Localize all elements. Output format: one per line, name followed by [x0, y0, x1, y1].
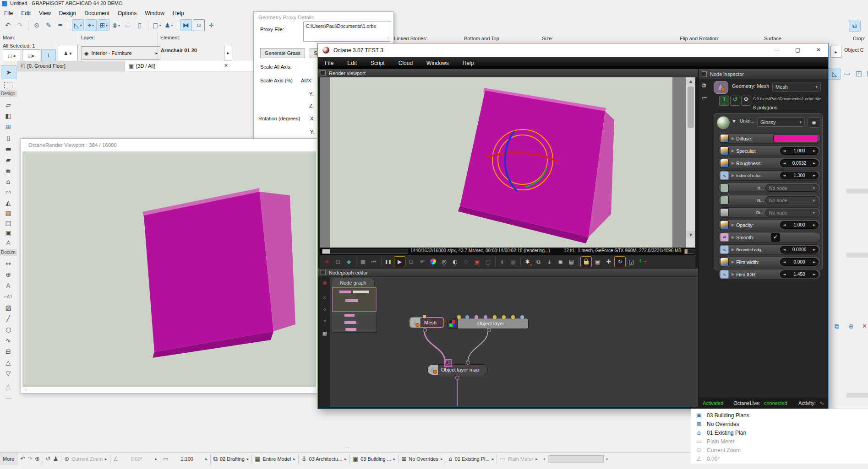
scrollbar-down-icon[interactable]: ▼	[686, 231, 695, 238]
guide-lines-icon[interactable]: ◺▾	[72, 19, 84, 31]
stair-tool[interactable]: ≣	[2, 166, 15, 176]
autofocus-icon[interactable]: AF	[417, 257, 427, 267]
geometry-icon[interactable]: ◆	[344, 257, 354, 267]
drawing-tool[interactable]: ⊟	[2, 346, 15, 356]
octane-menu-help[interactable]: Help	[456, 58, 481, 68]
param-row-displacement[interactable]: Di... No node▾	[718, 207, 821, 218]
node-object-layer[interactable]: Object layer	[447, 318, 529, 329]
scrollbar-up-icon[interactable]: ▲	[686, 77, 695, 85]
trace-reference-icon[interactable]: ▯	[134, 20, 145, 31]
render-viewport-header[interactable]: Render viewport	[318, 69, 698, 77]
marquee-settings-button[interactable]: ⬚▸	[22, 49, 40, 61]
arrow-tool[interactable]: ➤	[1, 65, 16, 79]
scrollbar-thumb[interactable]	[688, 86, 694, 128]
mesh-tool[interactable]: ▦	[2, 208, 15, 218]
geometry-node-icon[interactable]	[714, 81, 728, 94]
material-preview-eye-icon[interactable]: ◉	[808, 117, 820, 128]
benchmark-icon[interactable]: ✱	[522, 257, 533, 267]
menu-document[interactable]: Document	[80, 9, 114, 18]
menu-help[interactable]: Help	[169, 9, 188, 18]
axis-gizmo-icon[interactable]: ↑→	[637, 257, 648, 267]
node-mesh[interactable]: Mesh	[409, 317, 444, 328]
bool-chip-icon[interactable]: ⇄	[720, 233, 729, 242]
crop-to-roof-icon[interactable]: ◺	[829, 68, 841, 80]
olm-input-pin-2[interactable]	[466, 361, 470, 365]
orbit-icon[interactable]: ↺	[46, 455, 51, 462]
curtain-wall-tool[interactable]: ▤	[2, 218, 15, 228]
orbit-tool-icon[interactable]: ↻	[614, 256, 626, 267]
editing-plane-icon[interactable]: ▱	[122, 20, 133, 31]
render-priority-icon[interactable]: ⊡	[333, 257, 343, 267]
menu-window[interactable]: Window	[141, 9, 169, 18]
texture-chip-icon[interactable]	[720, 221, 729, 229]
gravity-button[interactable]: ⌇	[41, 49, 56, 61]
window-tool[interactable]: ⊞	[2, 122, 15, 132]
pen-set-combo[interactable]: ⚓ 03 Architectu... ▸	[299, 453, 349, 465]
lens-icon[interactable]: ◖	[497, 257, 508, 267]
ocr-render-image[interactable]	[22, 151, 316, 387]
layer-combination-combo[interactable]: ⧉ 02 Drafting ▸	[211, 453, 252, 465]
menu-edit[interactable]: Edit	[17, 9, 35, 18]
play-render-icon[interactable]: ▶	[394, 256, 405, 267]
inject-parameters-icon[interactable]: ✒	[55, 20, 66, 31]
octane-menu-file[interactable]: File	[318, 58, 340, 68]
octane-menu-windows[interactable]: Windows	[420, 58, 456, 68]
zoom-combo[interactable]: ⊙ Current Zoom ▸	[61, 453, 109, 465]
quick-option-existing-plan[interactable]: ⌂ 01 Existing Plan	[691, 428, 868, 437]
color-wheel-icon[interactable]	[428, 257, 438, 267]
param-row-specular[interactable]: ▶ Specular: ◄1.000►	[718, 146, 821, 156]
restart-render-icon[interactable]: ⏮	[369, 257, 379, 267]
inspector-list-icon[interactable]: ≔	[702, 95, 708, 102]
node-chip-icon[interactable]	[720, 183, 729, 192]
column-tool[interactable]: ▯	[2, 133, 15, 143]
pause-render-icon[interactable]: ❚❚	[383, 257, 393, 267]
crop-option-icon-1[interactable]: ▭	[841, 68, 852, 79]
node-inspector-header[interactable]: Node inspector	[699, 69, 828, 79]
texture-chip-icon[interactable]	[720, 146, 729, 155]
tab-3d-all[interactable]: ▣ [3D / All]	[125, 61, 224, 71]
material-type-dropdown[interactable]: Glossy ▾	[757, 117, 805, 127]
shell-tool[interactable]: ◠	[2, 188, 15, 198]
film-width-spinner[interactable]: ◄0.000►	[780, 258, 819, 266]
menu-view[interactable]: View	[35, 9, 55, 18]
ol-pin-8[interactable]	[520, 315, 524, 319]
bump-node-dropdown[interactable]: No node▾	[765, 184, 819, 192]
menu-file[interactable]: File	[0, 9, 17, 18]
scale-combo[interactable]: ▭ 1:100 ▸	[160, 453, 210, 465]
beam-tool[interactable]: ▬	[2, 144, 15, 154]
polyline-tool[interactable]: ∿	[2, 335, 15, 345]
scroll-track[interactable]	[548, 455, 604, 463]
nodegraph-editor-header[interactable]: Nodegraph editor	[318, 269, 698, 277]
door-tool[interactable]: ◧	[2, 111, 15, 121]
background-alpha-icon[interactable]: ▦	[508, 257, 519, 267]
proxy-file-field[interactable]: C:\Users\Paul\Documents\1.orbx ⌃	[303, 22, 391, 42]
ol-pin-2[interactable]	[465, 315, 469, 319]
roughness-spinner[interactable]: ◄0.0632►	[780, 159, 819, 167]
scroll-left-icon[interactable]: ‹	[25, 387, 27, 392]
rotation-combo[interactable]: ∠ 0.00° ▸	[110, 453, 160, 465]
quick-option-current-zoom[interactable]: ⊙ Current Zoom	[691, 446, 868, 454]
render-viewport-checkbox[interactable]	[321, 70, 326, 75]
octane-render-area[interactable]	[320, 77, 686, 248]
elevation-tool[interactable]: —	[2, 393, 15, 403]
model-view-combo[interactable]: ▣ 03 Building ... ▸	[350, 453, 398, 465]
node-chip-icon[interactable]	[720, 196, 729, 205]
film-ior-spinner[interactable]: ◄1.450►	[780, 270, 819, 278]
generate-grass-button[interactable]: Generate Grass	[260, 48, 305, 58]
texture-chip-icon[interactable]	[720, 134, 729, 143]
film-region-icon[interactable]: ▢	[483, 257, 493, 267]
float-chip-icon[interactable]: ∿	[720, 171, 729, 180]
param-row-ior[interactable]: ∿▶ Index of refra... ◄1.300►	[718, 170, 821, 181]
ol-pin-7[interactable]	[511, 315, 515, 319]
param-row-rounded-edges[interactable]: ∿▶ Rounded edg... ◄0.0000►	[718, 244, 821, 255]
param-row-opacity[interactable]: ▶ Opacity: ◄1.000►	[718, 220, 821, 230]
palette-drag-dots[interactable]: ⋯	[344, 445, 350, 451]
mesh-bottom-pin[interactable]	[423, 328, 427, 332]
label-tool[interactable]: ⌐A1	[2, 291, 15, 302]
layer-visibility-eye-icon[interactable]: ◉	[84, 50, 89, 56]
material-sphere-icon[interactable]	[717, 116, 730, 129]
nodegraph-editor-checkbox[interactable]	[321, 270, 326, 275]
real-time-icon[interactable]: ⊟	[406, 257, 416, 267]
texture-chip-icon[interactable]	[720, 258, 729, 266]
marker-tool[interactable]: ▽	[2, 368, 15, 378]
